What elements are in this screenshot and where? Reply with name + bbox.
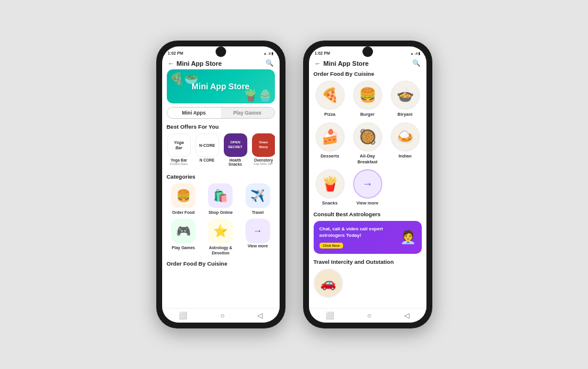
cuisine-all-day[interactable]: 🥘 All-Day Breakfast bbox=[351, 122, 384, 165]
circle-nav-2[interactable]: ○ bbox=[367, 311, 371, 320]
view-more-label: View more bbox=[247, 243, 268, 249]
offer-ovenstory[interactable]: OvenStory Ovenstory Flat 50% Off* bbox=[251, 133, 275, 166]
astrologers-title: Consult Best Astrologers bbox=[314, 211, 422, 217]
category-astrology[interactable]: ⭐ Astrology & Devotion bbox=[204, 219, 237, 256]
circle-nav-1[interactable]: ○ bbox=[220, 311, 224, 320]
astro-main-text: Chat, call & video call expert astrologe… bbox=[320, 226, 400, 239]
category-shop-online[interactable]: 🛍️ Shop Online bbox=[204, 183, 237, 215]
astro-text: Chat, call & video call expert astrologe… bbox=[320, 226, 400, 249]
biryani-circle: 🍲 bbox=[391, 80, 420, 110]
back-button-2[interactable]: ← bbox=[315, 60, 321, 67]
categories-grid: 🍔 Order Food 🛍️ Shop Online ✈️ Travel 🎮 … bbox=[167, 183, 275, 256]
biryani-label: Biryani bbox=[398, 112, 412, 118]
offer-opensecret[interactable]: OPENSECRET Health Snacks bbox=[223, 133, 248, 166]
category-play-games[interactable]: 🎮 Play Games bbox=[167, 219, 200, 256]
app-header-2: ← Mini App Store 🔍 bbox=[309, 57, 426, 69]
burger-circle: 🍔 bbox=[353, 80, 382, 110]
cuisine-indian[interactable]: 🍛 Indian bbox=[389, 122, 422, 165]
tab-mini-apps[interactable]: Mini Apps bbox=[167, 108, 221, 118]
travel-label: Travel bbox=[252, 210, 264, 215]
astrology-icon: ⭐ bbox=[208, 219, 233, 243]
best-offers-title: Best Offers For You bbox=[167, 123, 275, 130]
screen-content-2: Order Food By Cuisine 🍕 Pizza 🍔 Burger 🍲… bbox=[309, 69, 426, 308]
status-icons-2: ▲ .il ▮ bbox=[410, 51, 420, 55]
status-time-1: 1:02 PM bbox=[168, 51, 183, 55]
phone-1-screen: 1:02 PM ▲ .il ▮ ← Mini App Store 🔍 🍕🥗 Mi… bbox=[162, 46, 280, 323]
home-nav-2[interactable]: ⬜ bbox=[325, 311, 334, 320]
ovenstory-sub: Flat 50% Off* bbox=[254, 162, 273, 166]
cuisine-burger[interactable]: 🍔 Burger bbox=[351, 80, 384, 118]
allday-circle: 🥘 bbox=[353, 122, 382, 152]
ncore-name: N CORE bbox=[200, 158, 214, 162]
offers-row: YogaBar Yoga Bar Protein Bars N·CORE N C… bbox=[167, 133, 275, 169]
snacks-label: Snacks bbox=[322, 200, 337, 206]
category-view-more[interactable]: → View more bbox=[241, 219, 274, 256]
allday-label: All-Day Breakfast bbox=[351, 153, 384, 165]
phone-2-screen: 1:02 PM ▲ .il ▮ ← Mini App Store 🔍 Order… bbox=[309, 46, 426, 323]
order-food-title: Order Food By Cuisine bbox=[167, 260, 275, 267]
phone-notch-2 bbox=[362, 46, 373, 57]
app-title-1: Mini App Store bbox=[177, 60, 222, 67]
cuisine-more-circle: → bbox=[353, 169, 382, 199]
tabs-1: Mini Apps Play Games bbox=[167, 107, 275, 119]
astro-cta-button[interactable]: Click Now bbox=[320, 243, 344, 249]
ovenstory-logo: OvenStory bbox=[252, 133, 275, 157]
indian-circle: 🍛 bbox=[391, 122, 420, 152]
back-button-1[interactable]: ← bbox=[168, 60, 174, 67]
travel-circle-1[interactable]: 🚗 bbox=[314, 269, 343, 298]
phone-notch bbox=[216, 46, 226, 57]
travel-icon: ✈️ bbox=[246, 183, 270, 208]
offer-yogabar[interactable]: YogaBar Yoga Bar Protein Bars bbox=[167, 133, 191, 166]
offer-ncore[interactable]: N·CORE N CORE bbox=[195, 133, 220, 166]
screen-content-1: Best Offers For You YogaBar Yoga Bar Pro… bbox=[162, 122, 280, 308]
order-food-icon: 🍔 bbox=[171, 183, 196, 208]
yogabar-logo: YogaBar bbox=[167, 133, 191, 157]
burger-label: Burger bbox=[360, 112, 375, 118]
shop-online-label: Shop Online bbox=[209, 210, 233, 215]
status-icons-1: ▲ .il ▮ bbox=[263, 51, 273, 55]
order-food-label: Order Food bbox=[172, 210, 194, 215]
home-nav-1[interactable]: ⬜ bbox=[179, 311, 187, 320]
desserts-label: Desserts bbox=[321, 153, 340, 159]
search-icon-2[interactable]: 🔍 bbox=[412, 59, 421, 67]
page-wrapper: 1:02 PM ▲ .il ▮ ← Mini App Store 🔍 🍕🥗 Mi… bbox=[0, 0, 588, 369]
search-icon-1[interactable]: 🔍 bbox=[266, 59, 274, 67]
astrology-label: Astrology & Devotion bbox=[204, 245, 237, 256]
view-more-icon: → bbox=[246, 219, 270, 243]
back-nav-2[interactable]: ◁ bbox=[404, 311, 409, 320]
opensecret-name: Health Snacks bbox=[223, 158, 248, 166]
bottom-nav-1: ⬜ ○ ◁ bbox=[162, 308, 280, 323]
cuisine-biryani[interactable]: 🍲 Biryani bbox=[389, 80, 422, 118]
cuisine-pizza[interactable]: 🍕 Pizza bbox=[314, 80, 347, 118]
category-travel[interactable]: ✈️ Travel bbox=[241, 183, 274, 215]
cuisine-title: Order Food By Cuisine bbox=[314, 71, 422, 77]
cuisine-more-label: View more bbox=[357, 200, 378, 206]
cuisine-grid: 🍕 Pizza 🍔 Burger 🍲 Biryani 🍰 Desserts bbox=[314, 80, 422, 206]
back-nav-1[interactable]: ◁ bbox=[257, 311, 263, 320]
bottom-nav-2: ⬜ ○ ◁ bbox=[309, 308, 426, 323]
indian-label: Indian bbox=[398, 153, 411, 159]
categories-title: Categories bbox=[167, 173, 275, 180]
cuisine-view-more[interactable]: → View more bbox=[351, 169, 384, 206]
category-order-food[interactable]: 🍔 Order Food bbox=[167, 183, 200, 215]
tab-play-games[interactable]: Play Games bbox=[221, 108, 274, 118]
header-left-1: ← Mini App Store bbox=[168, 60, 222, 67]
opensecret-logo: OPENSECRET bbox=[224, 133, 247, 157]
play-games-icon: 🎮 bbox=[171, 219, 196, 243]
shop-online-icon: 🛍️ bbox=[208, 183, 233, 208]
snacks-circle: 🍟 bbox=[315, 169, 345, 199]
app-header-1: ← Mini App Store 🔍 bbox=[162, 57, 280, 69]
banner-1[interactable]: 🍕🥗 Mini App Store 🍟🧁 bbox=[167, 69, 275, 103]
ncore-logo: N·CORE bbox=[196, 133, 219, 157]
astro-banner[interactable]: Chat, call & video call expert astrologe… bbox=[314, 221, 422, 254]
pizza-circle: 🍕 bbox=[315, 80, 345, 110]
play-games-label: Play Games bbox=[172, 245, 195, 250]
yogabar-name: Yoga Bar bbox=[170, 158, 187, 162]
app-title-2: Mini App Store bbox=[324, 60, 369, 67]
pizza-label: Pizza bbox=[324, 112, 335, 118]
cuisine-snacks[interactable]: 🍟 Snacks bbox=[314, 169, 347, 206]
banner-title: Mini App Store bbox=[191, 82, 249, 91]
travel-title: Travel Intercity and Outstation bbox=[314, 259, 422, 265]
travel-row: 🚗 bbox=[314, 269, 422, 298]
cuisine-desserts[interactable]: 🍰 Desserts bbox=[314, 122, 347, 165]
